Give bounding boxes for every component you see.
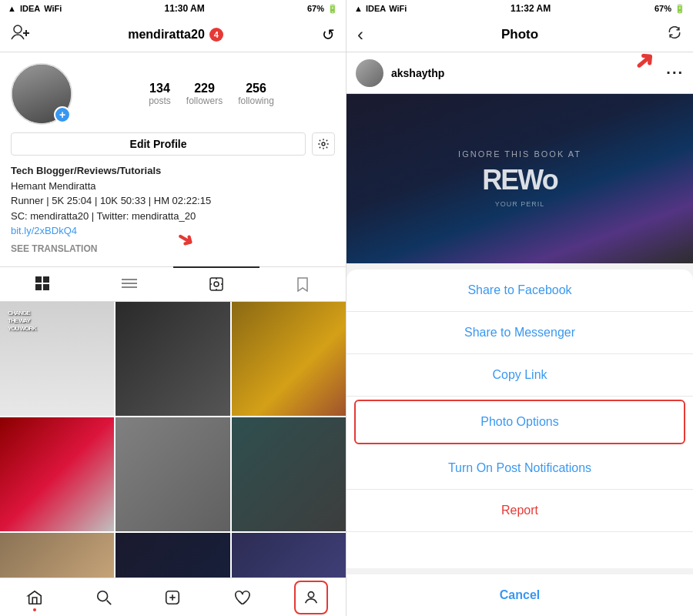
svg-rect-5 xyxy=(43,276,49,283)
nav-heart[interactable] xyxy=(225,581,259,614)
following-stat[interactable]: 256 following xyxy=(238,82,274,106)
home-dot xyxy=(33,608,36,611)
right-status-bar: ▲ IDEA WiFi 11:32 AM 67% 🔋 xyxy=(346,0,693,17)
svg-rect-9 xyxy=(122,283,137,284)
tab-list[interactable] xyxy=(86,267,172,301)
profile-section: + 134 posts 229 followers 256 following xyxy=(0,52,346,266)
copy-link-option[interactable]: Copy Link xyxy=(346,354,693,397)
profile-top: + 134 posts 229 followers 256 following xyxy=(11,63,335,125)
grid-item-5[interactable] xyxy=(116,417,229,531)
grid-item-4[interactable] xyxy=(0,417,114,531)
username-text: mendiratta20 xyxy=(128,28,205,42)
posts-label: posts xyxy=(149,95,171,106)
bio-link[interactable]: bit.ly/2xBDkQ4 xyxy=(11,223,335,239)
avatar-wrapper: + xyxy=(11,63,72,125)
post-image-subtitle: IGNORE THIS BOOK AT xyxy=(458,149,581,159)
action-sheet: Share to Facebook Share to Messenger Cop… xyxy=(346,270,693,616)
nav-home[interactable] xyxy=(18,581,52,614)
cancel-button[interactable]: Cancel xyxy=(346,568,693,616)
bottom-nav xyxy=(0,578,346,616)
signal-icon: ▲ xyxy=(8,4,16,13)
right-status-right: 67% 🔋 xyxy=(654,4,685,14)
notification-badge: 4 xyxy=(209,28,223,42)
grid-item-7[interactable] xyxy=(0,533,114,578)
following-label: following xyxy=(238,95,274,106)
svg-point-12 xyxy=(214,282,219,286)
svg-rect-8 xyxy=(122,279,137,280)
battery-left: 67% xyxy=(307,4,324,13)
svg-rect-7 xyxy=(43,284,49,290)
post-notifications-option[interactable]: Turn On Post Notifications xyxy=(346,447,693,490)
post-image-title: REWo xyxy=(458,165,581,196)
post-header-container: akshaythp ··· ➜ xyxy=(346,52,693,94)
grid-item-9[interactable] xyxy=(232,533,346,578)
followers-stat[interactable]: 229 followers xyxy=(186,82,223,106)
history-icon[interactable]: ↺ xyxy=(322,25,335,44)
wifi-icon-right: WiFi xyxy=(389,4,407,13)
left-status-left: ▲ IDEA WiFi xyxy=(8,4,62,13)
refresh-button[interactable] xyxy=(658,25,682,44)
edit-row: Edit Profile xyxy=(11,132,335,156)
add-friend-icon[interactable] xyxy=(11,24,29,45)
report-option[interactable]: Report xyxy=(346,490,693,532)
bio-name: Hemant Mendiratta xyxy=(11,179,335,194)
battery-icon-left: 🔋 xyxy=(327,4,338,14)
following-count: 256 xyxy=(246,82,266,95)
header-icons-area: ↺ xyxy=(322,25,335,44)
grid-item-1[interactable]: CHANGETHE WAYYOU WORK xyxy=(0,302,114,416)
settings-button[interactable] xyxy=(312,132,335,156)
photo-options-wrapper: Photo Options xyxy=(346,397,693,447)
carrier-left: IDEA xyxy=(20,4,40,13)
left-status-bar: ▲ IDEA WiFi 11:30 AM 67% 🔋 xyxy=(0,0,346,17)
wifi-icon: WiFi xyxy=(44,4,62,13)
svg-rect-6 xyxy=(35,284,42,290)
svg-line-18 xyxy=(106,600,111,604)
svg-point-0 xyxy=(14,25,22,33)
grid-item-3[interactable] xyxy=(232,302,346,416)
grid-item-6[interactable] xyxy=(232,417,346,531)
post-image-tag: YOUR PERIL xyxy=(458,200,581,208)
post-username: akshaythp xyxy=(391,67,658,79)
nav-profile[interactable] xyxy=(294,581,328,614)
left-panel: ▲ IDEA WiFi 11:30 AM 67% 🔋 mendiratta20 … xyxy=(0,0,346,616)
share-messenger-option[interactable]: Share to Messenger xyxy=(346,312,693,354)
tab-tagged[interactable] xyxy=(173,266,259,300)
edit-profile-button[interactable]: Edit Profile xyxy=(11,132,306,156)
share-facebook-option[interactable]: Share to Facebook xyxy=(346,270,693,312)
tabs-row xyxy=(0,266,346,302)
photo-options-option[interactable]: Photo Options xyxy=(354,400,685,444)
bio-tagline: Tech Blogger/Reviews/Tutorials xyxy=(11,163,335,179)
nav-search[interactable] xyxy=(87,581,121,614)
tabs-container: ➜ xyxy=(0,266,346,302)
header-username-area: mendiratta20 4 xyxy=(128,28,223,42)
posts-stat: 134 posts xyxy=(149,82,171,106)
right-time: 11:32 AM xyxy=(511,3,551,14)
svg-point-3 xyxy=(322,142,325,146)
carrier-right: IDEA xyxy=(366,4,386,13)
add-photo-badge[interactable]: + xyxy=(54,106,71,123)
back-button[interactable]: ‹ xyxy=(357,24,382,45)
tab-saved[interactable] xyxy=(259,267,346,301)
right-status-left: ▲ IDEA WiFi xyxy=(354,4,407,13)
bio-line1: Runner | 5K 25:04 | 10K 50:33 | HM 02:22… xyxy=(11,193,335,209)
more-options-button[interactable]: ··· xyxy=(666,64,684,82)
post-image-content: IGNORE THIS BOOK AT REWo YOUR PERIL xyxy=(458,149,581,208)
profile-stats: 134 posts 229 followers 256 following xyxy=(88,82,335,106)
tab-grid[interactable] xyxy=(0,267,86,301)
signal-icon-right: ▲ xyxy=(354,4,363,13)
followers-label: followers xyxy=(186,95,223,106)
posts-count: 134 xyxy=(149,82,170,95)
post-image: IGNORE THIS BOOK AT REWo YOUR PERIL xyxy=(346,94,693,263)
followers-count: 229 xyxy=(194,82,215,95)
battery-icon-right: 🔋 xyxy=(675,4,685,14)
grid-item-8[interactable] xyxy=(116,533,229,578)
bio-line2: SC: mendiratta20 | Twitter: mendiratta_2… xyxy=(11,209,335,224)
grid-item-2[interactable] xyxy=(116,302,229,416)
svg-point-17 xyxy=(97,591,107,601)
battery-right: 67% xyxy=(654,4,671,13)
svg-rect-4 xyxy=(35,276,42,283)
svg-rect-11 xyxy=(210,278,223,290)
right-panel: ▲ IDEA WiFi 11:32 AM 67% 🔋 ‹ Photo aksha… xyxy=(346,0,693,616)
nav-add[interactable] xyxy=(156,581,189,614)
bio-section: Tech Blogger/Reviews/Tutorials Hemant Me… xyxy=(11,163,335,256)
